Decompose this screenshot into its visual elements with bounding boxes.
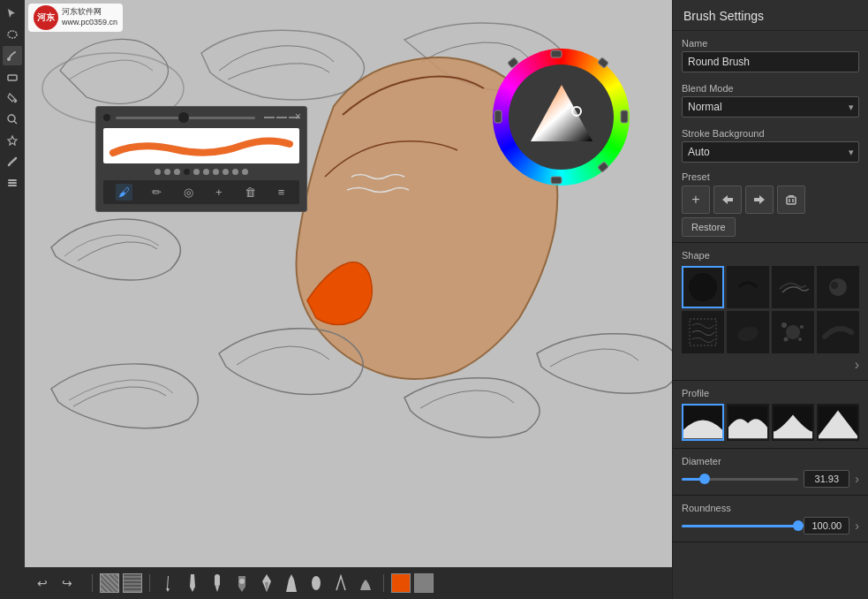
brush-tool-pencil[interactable] [157,572,178,594]
brush-tool-6[interactable] [306,572,327,594]
brush-tool-6[interactable]: ≡ [275,184,288,201]
brush-tool-marker[interactable] [207,572,228,594]
dot-3[interactable] [174,169,180,175]
brush-tool-paint[interactable]: 🖌 [116,184,132,201]
redo-button[interactable]: ↪ [57,572,78,594]
undo-button[interactable]: ↩ [32,572,53,594]
shape-grid [682,266,859,353]
brush-tool-5[interactable] [281,572,302,594]
tool-star[interactable] [3,131,22,150]
preset-delete-button[interactable] [777,186,805,214]
shape-blob[interactable] [817,266,859,308]
preset-label: Preset [682,171,859,182]
diameter-value-input[interactable] [804,470,849,488]
brush-tool-7[interactable] [330,572,351,594]
shape-texture[interactable] [772,266,814,308]
svg-point-1 [7,57,11,61]
tool-zoom[interactable] [3,110,22,129]
svg-rect-8 [8,185,17,186]
tool-lasso[interactable] [3,25,22,44]
tool-brush-active[interactable] [3,46,22,65]
brush-tool-3[interactable]: ◎ [181,184,196,201]
shape-rough[interactable] [682,311,724,353]
brush-tool-nib[interactable] [256,572,277,594]
shape-thin[interactable] [727,266,769,308]
svg-rect-18 [598,162,609,173]
dot-6[interactable] [203,169,209,175]
diameter-slider-row: › [682,470,859,488]
diameter-slider-track[interactable] [682,478,798,481]
dot-9[interactable] [232,169,238,175]
tool-fill[interactable] [3,88,22,108]
profile-grid [682,404,859,441]
color-swatch-secondary[interactable] [414,573,434,593]
color-swatch-primary[interactable] [391,573,411,593]
dot-5[interactable] [193,169,200,175]
roundness-slider-thumb[interactable] [793,520,804,531]
right-panel: Brush Settings Name Blend Mode Normal Mu… [672,0,868,599]
preset-export-button[interactable] [745,186,774,214]
shape-splatter[interactable] [772,311,814,353]
profile-double-peak[interactable] [727,404,769,441]
stroke-bg-select[interactable]: Auto None White [682,141,859,163]
roundness-expand-icon[interactable]: › [855,519,859,533]
brush-tool-2[interactable]: ✏ [149,184,164,201]
brush-name-input[interactable] [682,51,859,72]
brush-tool-5[interactable]: 🗑 [242,184,259,201]
shape-more-chevron[interactable]: › [855,357,859,373]
brush-tool-pen[interactable] [182,572,203,594]
dot-7[interactable] [213,169,219,175]
svg-rect-7 [8,182,17,184]
texture-swatch-2[interactable] [123,573,142,593]
stroke-bg-section: Stroke Background Auto None White [673,121,868,166]
left-sidebar [0,0,25,599]
brush-tools-row: 🖌 ✏ ◎ + 🗑 ≡ [103,180,299,204]
dot-8[interactable] [223,169,229,175]
brush-tool-8[interactable] [355,572,376,594]
brush-stroke-preview [103,128,299,163]
svg-rect-6 [8,179,17,181]
preset-section: Preset + Restore [673,166,868,243]
color-wheel[interactable] [493,49,630,186]
roundness-slider-track[interactable] [682,525,798,527]
brush-name-label: Name [682,38,859,49]
restore-button[interactable]: Restore [682,217,736,237]
roundness-value-input[interactable] [804,517,849,535]
tool-layers[interactable] [3,173,22,193]
svg-line-4 [14,121,17,124]
blend-mode-label: Blend Mode [682,83,859,94]
main-canvas-area[interactable]: 河东 河东软件网 www.pc0359.cn × [25,0,672,599]
preset-add-button[interactable]: + [682,186,710,214]
svg-point-29 [831,282,838,289]
profile-bell[interactable] [772,404,814,441]
tool-eraser[interactable] [3,67,22,87]
brush-size-thumb[interactable] [178,112,189,123]
diameter-expand-icon[interactable]: › [855,472,859,486]
blend-mode-select[interactable]: Normal Multiply Screen Overlay [682,96,859,118]
profile-sharp[interactable] [817,404,859,441]
brush-tool-4[interactable]: + [213,184,225,201]
shape-label: Shape [682,250,859,261]
brush-size-slider[interactable] [116,117,255,119]
dot-1[interactable] [155,169,161,175]
dot-10[interactable] [242,169,248,175]
svg-rect-24 [787,197,796,204]
dot-2[interactable] [164,169,170,175]
separator-2 [149,574,150,592]
blend-mode-section: Blend Mode Normal Multiply Screen Overla… [673,76,868,121]
tool-smudge[interactable] [3,152,22,171]
shape-ink[interactable] [727,311,769,353]
tool-cursor[interactable] [3,4,22,23]
brush-tool-airbrush[interactable] [231,572,253,594]
watermark: 河东 河东软件网 www.pc0359.cn [28,4,123,32]
diameter-section: Diameter › [673,449,868,496]
dot-4[interactable] [184,169,190,175]
diameter-slider-thumb[interactable] [699,474,710,484]
texture-swatch-1[interactable] [100,573,119,593]
slider-line-1 [264,117,275,118]
close-popup-button[interactable]: × [295,110,301,123]
shape-edge[interactable] [817,311,859,353]
shape-circle[interactable] [682,266,724,308]
preset-import-button[interactable] [713,186,742,214]
profile-mountain[interactable] [682,404,724,441]
